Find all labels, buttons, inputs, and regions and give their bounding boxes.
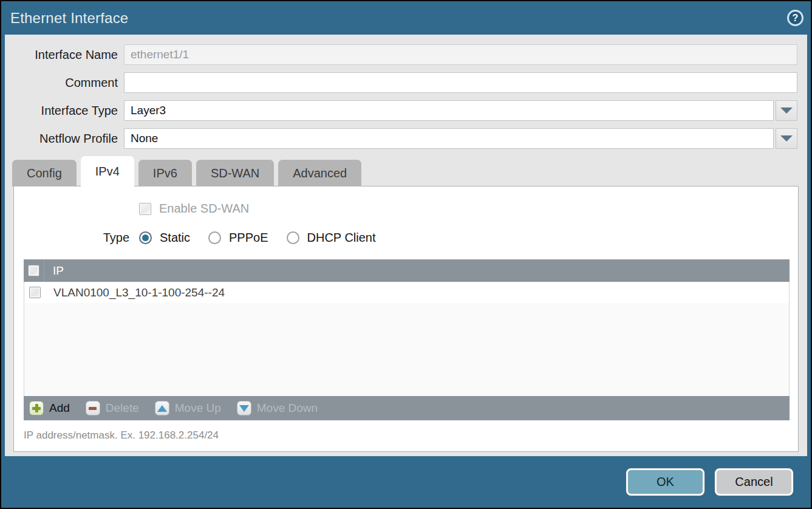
cancel-button[interactable]: Cancel <box>715 468 793 496</box>
plus-icon <box>29 401 44 415</box>
tab-advanced[interactable]: Advanced <box>278 160 361 186</box>
interface-type-row: Interface Type Layer3 <box>5 100 797 121</box>
help-icon[interactable]: ? <box>787 10 803 26</box>
comment-row: Comment <box>5 72 797 93</box>
add-button[interactable]: Add <box>29 401 70 415</box>
dialog-title: Ethernet Interface <box>10 10 128 27</box>
netflow-profile-dropdown-button[interactable] <box>776 128 797 149</box>
move-up-button: Move Up <box>155 401 221 415</box>
row-checkbox[interactable] <box>29 287 41 298</box>
interface-name-field <box>124 44 797 65</box>
radio-pppoe-label: PPPoE <box>229 231 268 245</box>
minus-icon <box>86 401 100 415</box>
interface-type-label: Interface Type <box>5 104 124 118</box>
interface-name-row: Interface Name <box>5 44 797 65</box>
interface-type-dropdown-button[interactable] <box>776 100 797 121</box>
radio-dhcp-client[interactable]: DHCP Client <box>287 231 376 245</box>
radio-pppoe[interactable]: PPPoE <box>208 231 268 245</box>
netflow-profile-select[interactable]: None <box>124 128 774 149</box>
ip-row-value: VLAN0100_L3_10-1-100-254--24 <box>45 286 225 299</box>
type-label: Type <box>14 231 129 245</box>
chevron-down-icon <box>780 135 793 142</box>
chevron-down-icon <box>780 108 793 114</box>
interface-form: Interface Name Comment Interface Type La… <box>5 35 807 149</box>
arrow-down-icon <box>237 401 251 415</box>
interface-type-select[interactable]: Layer3 <box>124 100 774 121</box>
enable-sdwan-label: Enable SD-WAN <box>159 202 249 216</box>
dialog-body: Interface Name Comment Interface Type La… <box>5 35 807 456</box>
tab-config[interactable]: Config <box>12 160 77 186</box>
radio-dhcp-label: DHCP Client <box>307 231 376 245</box>
row-checkbox-column <box>24 282 45 303</box>
table-row[interactable]: VLAN0100_L3_10-1-100-254--24 <box>24 282 789 303</box>
ok-button[interactable]: OK <box>626 468 705 496</box>
radio-static[interactable]: Static <box>139 231 190 245</box>
enable-sdwan-row: Enable SD-WAN <box>139 202 798 216</box>
dialog-titlebar: Ethernet Interface ? <box>1 1 811 35</box>
select-all-checkbox[interactable] <box>28 265 39 276</box>
interface-name-label: Interface Name <box>5 48 124 62</box>
move-down-button: Move Down <box>237 401 318 415</box>
ip-table-header: IP <box>24 259 790 282</box>
netflow-profile-label: Netflow Profile <box>5 132 124 146</box>
tab-ipv4[interactable]: IPv4 <box>81 156 134 186</box>
radio-dhcp-circle[interactable] <box>287 231 299 244</box>
select-all-column <box>24 259 44 282</box>
dialog-footer: OK Cancel <box>1 456 811 508</box>
tab-sdwan[interactable]: SD-WAN <box>196 160 274 186</box>
comment-label: Comment <box>5 76 124 90</box>
comment-field[interactable] <box>124 72 797 93</box>
netflow-profile-row: Netflow Profile None <box>5 128 797 149</box>
ip-table-toolbar: Add Delete Move Up <box>24 396 790 420</box>
tab-ipv6[interactable]: IPv6 <box>138 160 192 186</box>
tab-bar: Config IPv4 IPv6 SD-WAN Advanced <box>12 156 800 186</box>
radio-static-label: Static <box>160 231 190 245</box>
enable-sdwan-checkbox <box>139 203 151 215</box>
arrow-up-icon <box>155 401 169 415</box>
ip-address-table: IP VLAN0100_L3_10-1-100-254--24 <box>24 259 790 420</box>
ipv4-tab-panel: Enable SD-WAN Type Static PPPoE DHCP Cli… <box>13 186 799 452</box>
type-row: Type Static PPPoE DHCP Client <box>14 231 798 245</box>
ip-column-header: IP <box>44 264 64 278</box>
ethernet-interface-dialog: Ethernet Interface ? Interface Name Comm… <box>0 0 812 509</box>
radio-static-circle[interactable] <box>139 231 152 244</box>
ip-format-hint: IP address/netmask. Ex. 192.168.2.254/24 <box>24 429 798 442</box>
radio-pppoe-circle[interactable] <box>208 231 221 244</box>
delete-button: Delete <box>86 401 139 415</box>
ip-table-body: VLAN0100_L3_10-1-100-254--24 <box>24 282 790 396</box>
